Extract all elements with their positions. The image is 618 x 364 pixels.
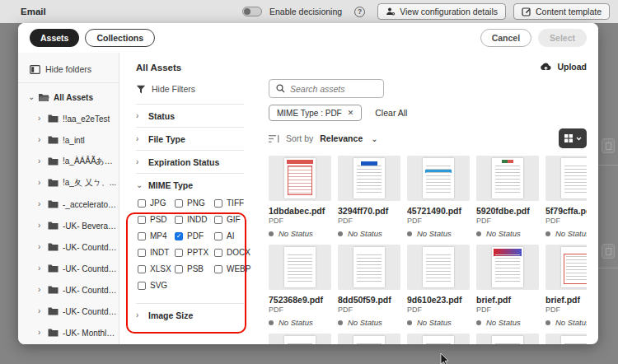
folder-label[interactable]: -UK- Countdow...: [63, 264, 119, 273]
checkbox[interactable]: [175, 199, 183, 208]
select-button[interactable]: Select: [538, 29, 587, 47]
mime-checkbox-indt[interactable]: INDT: [138, 248, 175, 257]
mime-checkbox-jpg[interactable]: JPG: [138, 198, 175, 208]
asset-thumbnail[interactable]: [476, 334, 539, 344]
checkbox-checked[interactable]: ✓: [175, 232, 183, 240]
asset-card[interactable]: 5f79cffa.pdf PDF No Status: [545, 156, 587, 238]
filter-section-image-size[interactable]: › Image Size: [136, 303, 244, 326]
folder-item[interactable]: › -UK- Countdow...: [18, 279, 119, 301]
mime-filter-chip[interactable]: MIME Type : PDF ✕: [269, 105, 362, 121]
chevron-down-icon[interactable]: ⌄: [371, 134, 377, 143]
asset-thumbnail[interactable]: [545, 245, 587, 290]
content-template-button[interactable]: Content template: [513, 3, 610, 20]
asset-card[interactable]: [476, 334, 539, 344]
folder-label[interactable]: All Assets: [54, 93, 93, 102]
folder-item[interactable]: › -UK- Beverage s...: [18, 215, 119, 236]
asset-thumbnail[interactable]: [407, 156, 470, 201]
filter-section-file-type[interactable]: › File Type: [136, 127, 244, 150]
search-input[interactable]: [290, 84, 372, 94]
asset-thumbnail[interactable]: [269, 334, 331, 344]
chevron-right-icon[interactable]: ›: [38, 200, 44, 208]
grid-view-button[interactable]: [559, 128, 587, 148]
asset-card[interactable]: 1dbdabec.pdf PDF No Status: [269, 156, 331, 238]
checkbox[interactable]: [214, 199, 222, 208]
folder-label[interactable]: -UK- Countdow...: [63, 286, 119, 295]
chevron-right-icon[interactable]: ›: [38, 286, 44, 294]
chevron-right-icon[interactable]: ›: [38, 136, 44, 144]
chevron-right-icon[interactable]: ›: [38, 329, 44, 337]
checkbox[interactable]: [138, 216, 146, 224]
checkbox[interactable]: [214, 232, 222, 240]
folder-label[interactable]: !a_ÀÁÂÃあい...: [63, 156, 119, 167]
hide-filters-button[interactable]: Hide Filters: [136, 84, 244, 104]
mime-checkbox-png[interactable]: PNG: [175, 198, 214, 208]
help-icon[interactable]: ?: [354, 7, 365, 17]
folder-item[interactable]: › !a_ÀÁÂÃあい...: [18, 151, 119, 172]
folder-item[interactable]: › -UK- Countdow...: [18, 236, 119, 258]
checkbox[interactable]: [175, 216, 183, 224]
upload-button[interactable]: Upload: [540, 59, 587, 74]
folder-item[interactable]: › -UK- Countdow...: [18, 301, 119, 322]
checkbox[interactable]: [214, 265, 222, 273]
folder-label[interactable]: !a_夂 乂ㄅ、...: [63, 177, 116, 189]
chevron-right-icon[interactable]: ›: [38, 157, 44, 166]
asset-thumbnail[interactable]: [476, 245, 539, 290]
asset-thumbnail[interactable]: [407, 245, 470, 290]
checkbox[interactable]: [138, 282, 146, 290]
folder-item[interactable]: › !a_夂 乂ㄅ、...: [18, 172, 119, 194]
folder-label[interactable]: -UK- Beverage s...: [63, 222, 119, 231]
asset-card[interactable]: 9d610e23.pdf PDF No Status: [407, 245, 470, 327]
folder-label[interactable]: -UK- Monthly Y...: [63, 329, 119, 338]
enable-decisioning-toggle[interactable]: [242, 7, 262, 16]
mime-checkbox-webp[interactable]: WEBP: [214, 264, 250, 273]
folder-label[interactable]: -UK- Countdow...: [63, 243, 119, 252]
mime-checkbox-ai[interactable]: AI: [214, 231, 250, 240]
asset-thumbnail[interactable]: [338, 245, 400, 290]
asset-card[interactable]: brief.pdf PDF No Status: [476, 245, 539, 327]
asset-thumbnail[interactable]: [338, 334, 400, 344]
mime-checkbox-gif[interactable]: GIF: [214, 215, 250, 224]
checkbox[interactable]: [138, 232, 146, 240]
search-box[interactable]: [269, 79, 384, 98]
asset-thumbnail[interactable]: [338, 156, 400, 201]
folder-item[interactable]: › !!aa_e2eTest: [18, 108, 119, 129]
chevron-right-icon[interactable]: ›: [38, 264, 44, 273]
close-icon[interactable]: ✕: [348, 109, 354, 117]
checkbox[interactable]: [138, 249, 146, 257]
mime-checkbox-svg[interactable]: SVG: [138, 281, 175, 290]
folder-item[interactable]: › -UK- Monthly Y...: [18, 322, 119, 343]
asset-card[interactable]: 3294ff70.pdf PDF No Status: [338, 156, 400, 238]
asset-thumbnail[interactable]: [269, 156, 331, 201]
mime-checkbox-pptx[interactable]: PPTX: [175, 248, 214, 257]
asset-card[interactable]: 45721490.pdf PDF No Status: [407, 156, 470, 238]
mime-checkbox-tiff[interactable]: TIFF: [214, 198, 250, 208]
sort-icon[interactable]: [269, 134, 279, 143]
asset-card[interactable]: [338, 334, 400, 344]
mime-checkbox-xlsx[interactable]: XLSX: [138, 264, 175, 273]
asset-card[interactable]: [545, 334, 587, 344]
mime-checkbox-docx[interactable]: DOCX: [214, 248, 250, 257]
mime-checkbox-psb[interactable]: PSB: [175, 264, 214, 273]
mime-checkbox-pdf[interactable]: ✓PDF: [175, 231, 214, 240]
asset-card[interactable]: brief.pdf PDF No Status: [545, 245, 587, 327]
folder-item[interactable]: › !a_intl: [18, 129, 119, 151]
checkbox[interactable]: [138, 199, 146, 208]
checkbox[interactable]: [175, 265, 183, 273]
chevron-right-icon[interactable]: ›: [38, 114, 44, 123]
folder-label[interactable]: -UK- Countdow...: [63, 307, 119, 316]
folder-item[interactable]: › -UK- Countdow...: [18, 258, 119, 279]
folder-item[interactable]: › -_accelerator_g...: [18, 194, 119, 215]
asset-thumbnail[interactable]: [545, 334, 587, 344]
mime-checkbox-indd[interactable]: INDD: [175, 215, 214, 224]
asset-card[interactable]: [269, 334, 331, 344]
mime-checkbox-psd[interactable]: PSD: [138, 215, 175, 224]
folder-label[interactable]: -_accelerator_g...: [63, 200, 119, 209]
asset-thumbnail[interactable]: [269, 245, 331, 290]
asset-card[interactable]: [407, 334, 470, 344]
tab-collections[interactable]: Collections: [85, 29, 155, 47]
asset-card[interactable]: 752368e9.pdf PDF No Status: [269, 245, 331, 327]
chevron-right-icon[interactable]: ›: [38, 243, 44, 251]
clear-all-link[interactable]: Clear All: [375, 108, 407, 118]
cancel-button[interactable]: Cancel: [480, 29, 531, 47]
mime-checkbox-mp4[interactable]: MP4: [138, 231, 175, 240]
